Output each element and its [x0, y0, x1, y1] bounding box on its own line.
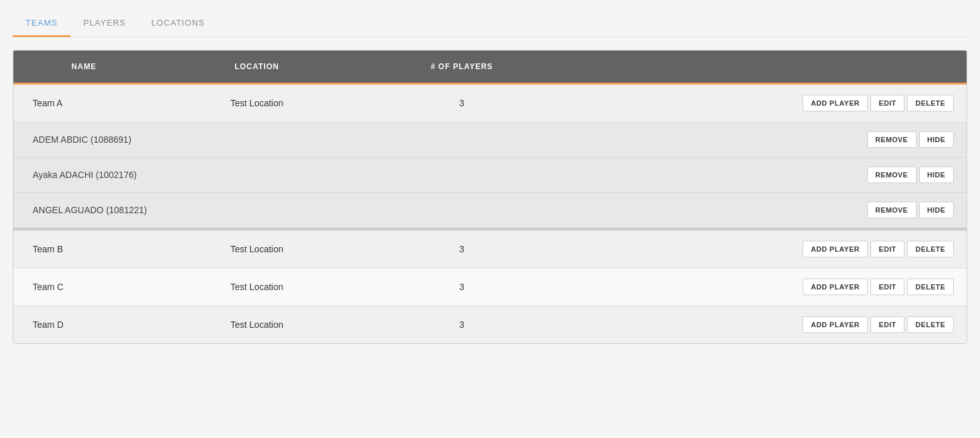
header-name: NAME — [13, 51, 154, 83]
team-name: Team B — [13, 234, 154, 264]
teams-table: NAME LOCATION # OF PLAYERS Team A Test L… — [13, 50, 967, 344]
team-num-players: 3 — [359, 234, 564, 264]
tab-bar: TEAMS PLAYERS LOCATIONS — [13, 10, 967, 37]
edit-button[interactable]: EDIT — [870, 95, 904, 111]
edit-button[interactable]: EDIT — [870, 241, 904, 257]
remove-button[interactable]: REMOVE — [867, 166, 917, 183]
team-num-players: 3 — [359, 88, 564, 118]
add-player-button[interactable]: ADD PLAYER — [803, 241, 868, 257]
remove-button[interactable]: REMOVE — [867, 131, 917, 148]
player-action-buttons: REMOVE HIDE — [867, 166, 954, 183]
list-item: ADEM ABDIC (1088691) REMOVE HIDE — [13, 122, 967, 158]
header-location: LOCATION — [154, 51, 359, 83]
list-item: ANGEL AGUADO (1081221) REMOVE HIDE — [13, 193, 967, 228]
table-row: Team C Test Location 3 ADD PLAYER EDIT D… — [13, 268, 967, 306]
table-row: Team D Test Location 3 ADD PLAYER EDIT D… — [13, 306, 967, 343]
page-wrapper: TEAMS PLAYERS LOCATIONS NAME LOCATION # … — [0, 0, 980, 354]
team-num-players: 3 — [359, 309, 564, 340]
team-actions: ADD PLAYER EDIT DELETE — [564, 268, 967, 305]
action-buttons: ADD PLAYER EDIT DELETE — [577, 279, 954, 295]
delete-button[interactable]: DELETE — [907, 316, 954, 333]
delete-button[interactable]: DELETE — [907, 241, 954, 257]
header-actions — [564, 51, 967, 83]
tab-locations[interactable]: LOCATIONS — [138, 10, 218, 37]
team-location: Test Location — [154, 88, 359, 118]
team-location: Test Location — [154, 234, 359, 264]
add-player-button[interactable]: ADD PLAYER — [803, 316, 868, 333]
team-location: Test Location — [154, 309, 359, 340]
add-player-button[interactable]: ADD PLAYER — [803, 95, 868, 111]
player-action-buttons: REMOVE HIDE — [867, 202, 954, 218]
team-name: Team C — [13, 272, 154, 302]
delete-button[interactable]: DELETE — [907, 279, 954, 295]
edit-button[interactable]: EDIT — [870, 279, 904, 295]
team-actions: ADD PLAYER EDIT DELETE — [564, 231, 967, 268]
hide-button[interactable]: HIDE — [919, 131, 954, 148]
player-name: ADEM ABDIC (1088691) — [33, 134, 867, 145]
team-name: Team A — [13, 88, 154, 118]
add-player-button[interactable]: ADD PLAYER — [803, 279, 868, 295]
tab-teams[interactable]: TEAMS — [13, 10, 70, 37]
action-buttons: ADD PLAYER EDIT DELETE — [577, 95, 954, 111]
player-action-buttons: REMOVE HIDE — [867, 131, 954, 148]
action-buttons: ADD PLAYER EDIT DELETE — [577, 316, 954, 333]
header-num-players: # OF PLAYERS — [359, 51, 564, 83]
team-actions: ADD PLAYER EDIT DELETE — [564, 85, 967, 122]
hide-button[interactable]: HIDE — [919, 166, 954, 183]
team-actions: ADD PLAYER EDIT DELETE — [564, 306, 967, 343]
tab-players[interactable]: PLAYERS — [70, 10, 138, 37]
list-item: Ayaka ADACHI (1002176) REMOVE HIDE — [13, 158, 967, 193]
edit-button[interactable]: EDIT — [870, 316, 904, 333]
player-name: Ayaka ADACHI (1002176) — [33, 170, 867, 180]
team-name: Team D — [13, 309, 154, 340]
remove-button[interactable]: REMOVE — [867, 202, 917, 218]
team-num-players: 3 — [359, 272, 564, 302]
table-header: NAME LOCATION # OF PLAYERS — [13, 51, 967, 85]
action-buttons: ADD PLAYER EDIT DELETE — [577, 241, 954, 257]
player-name: ANGEL AGUADO (1081221) — [33, 205, 867, 215]
hide-button[interactable]: HIDE — [919, 202, 954, 218]
team-location: Test Location — [154, 272, 359, 302]
table-row: Team A Test Location 3 ADD PLAYER EDIT D… — [13, 85, 967, 122]
delete-button[interactable]: DELETE — [907, 95, 954, 111]
table-row: Team B Test Location 3 ADD PLAYER EDIT D… — [13, 228, 967, 268]
